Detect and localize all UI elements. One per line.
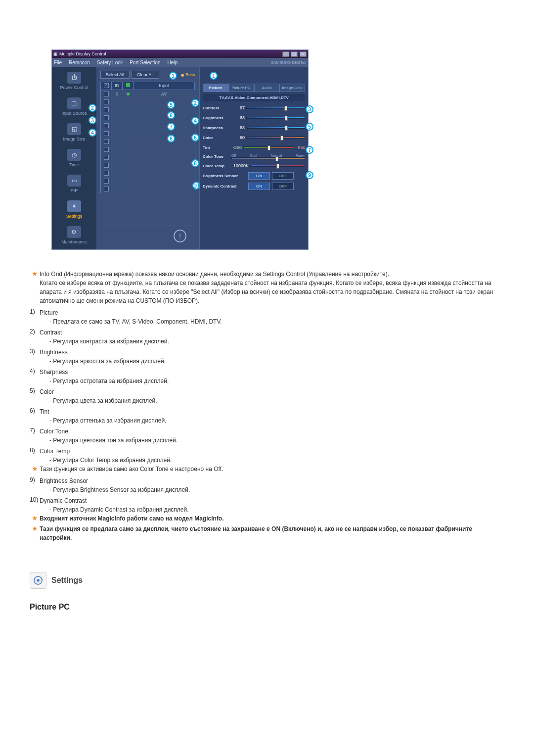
row-checkbox[interactable] — [104, 139, 109, 144]
sidebar-item-maintenance[interactable]: ⚙Maintenance — [61, 226, 87, 244]
table-row[interactable] — [101, 153, 195, 161]
sidebar-item-settings[interactable]: ✦Settings — [66, 200, 83, 219]
close-button[interactable]: × — [300, 51, 307, 57]
row-checkbox[interactable] — [104, 123, 109, 128]
color-temp-row[interactable]: Color Temp 10000K — [203, 162, 305, 169]
item-description: - Регулира контраста за избрания дисплей… — [40, 338, 504, 345]
item-number: 8) — [30, 447, 40, 456]
power-icon: ⏻ — [67, 72, 81, 84]
callout-3b: 3 — [306, 105, 313, 113]
menu-help[interactable]: Help — [167, 60, 178, 65]
table-row[interactable] — [101, 185, 195, 193]
note-text: Входният източник MagicInfo работи само … — [40, 514, 504, 523]
dynamic-contrast-row: Dynamic Contrast ON OFF — [203, 183, 305, 190]
menu-remocon[interactable]: Remocon — [69, 60, 90, 65]
table-row[interactable] — [101, 122, 195, 130]
color-slider[interactable]: Color 60 — [203, 134, 305, 141]
sidebar-label: Image Size — [63, 137, 85, 142]
row-input: AV — [134, 90, 195, 97]
table-row[interactable] — [101, 98, 195, 106]
row-checkbox[interactable] — [104, 92, 109, 96]
row-checkbox[interactable] — [104, 187, 109, 191]
tab-picture-pc[interactable]: Picture PC — [228, 84, 254, 92]
sidebar-item-input[interactable]: ▢Input Source — [61, 97, 87, 116]
item-description: - Регулира оттенъка за избрания дисплей. — [40, 417, 504, 424]
row-checkbox[interactable] — [104, 147, 109, 152]
table-row[interactable] — [101, 177, 195, 185]
dynamic-contrast-on-button[interactable]: ON — [248, 183, 270, 190]
slider-thumb[interactable] — [285, 116, 288, 121]
description-text: ★ Info Grid (Информационна мрежа) показв… — [30, 270, 504, 542]
menu-file[interactable]: File — [54, 60, 62, 65]
tab-audio[interactable]: Audio — [254, 84, 280, 92]
callout-2: 2 — [89, 104, 96, 112]
header-checkbox[interactable] — [101, 82, 112, 90]
item-title: Dynamic Contrast — [40, 496, 504, 505]
sharpness-slider[interactable]: Sharpness 68 — [203, 124, 305, 131]
clear-all-button[interactable]: Clear All — [132, 71, 159, 79]
row-checkbox[interactable] — [104, 171, 109, 176]
table-row[interactable] — [101, 130, 195, 138]
table-row[interactable] — [101, 145, 195, 153]
item-title: Color — [40, 387, 504, 396]
table-row[interactable]: 0 AV — [101, 90, 195, 98]
callout-8a: 8 — [167, 135, 175, 142]
select-all-button[interactable]: Select All — [100, 71, 130, 79]
sidebar-item-pip[interactable]: ▭PIP — [67, 175, 81, 193]
minimize-button[interactable]: _ — [282, 51, 289, 57]
table-row[interactable] — [101, 106, 195, 114]
table-row[interactable] — [101, 114, 195, 122]
table-row[interactable] — [101, 169, 195, 177]
brightness-sensor-off-button[interactable]: OFF — [272, 172, 294, 180]
row-checkbox[interactable] — [104, 163, 109, 168]
color-tone-slider[interactable] — [231, 157, 305, 159]
note-row: ★ Info Grid (Информационна мрежа) показв… — [30, 270, 504, 305]
titlebar: ▣ Multiple Display Control _ ▢ × — [52, 50, 308, 58]
row-checkbox[interactable] — [104, 131, 109, 136]
slider-thumb[interactable] — [275, 156, 278, 161]
table-row[interactable] — [101, 161, 195, 169]
callout-5a: 5 — [167, 101, 175, 109]
sidebar-item-imagesize[interactable]: ◱Image Size — [63, 123, 85, 142]
item-description: - Регулира яркостта за избрания дисплей. — [40, 358, 504, 365]
settings-icon: ✦ — [67, 200, 81, 212]
item-number: 3) — [30, 348, 40, 357]
contrast-slider[interactable]: Contrast 67 — [203, 104, 305, 111]
item-description: - Регулира остротата за избрания дисплей… — [40, 378, 504, 384]
slider-thumb[interactable] — [276, 164, 279, 169]
sidebar-label: Settings — [66, 214, 83, 219]
note-text: Тази функция се активира само ако Color … — [40, 465, 504, 473]
row-checkbox[interactable] — [104, 179, 109, 184]
dynamic-contrast-off-button[interactable]: OFF — [272, 183, 294, 190]
menu-safetylock[interactable]: Safety Lock — [97, 60, 123, 65]
star-icon: ★ — [30, 524, 40, 532]
tab-image-lock[interactable]: Image Lock — [279, 84, 305, 92]
row-checkbox[interactable] — [104, 115, 109, 120]
callout-4b: 4 — [191, 117, 199, 125]
grid-body: 0 AV — [100, 90, 195, 193]
maximize-button[interactable]: ▢ — [291, 51, 298, 57]
table-row[interactable] — [101, 138, 195, 145]
slider-thumb[interactable] — [285, 126, 288, 131]
tint-slider[interactable]: Tint G50 R50 — [203, 144, 305, 151]
info-icon: ! — [174, 230, 186, 242]
row-checkbox[interactable] — [104, 99, 109, 104]
row-checkbox[interactable] — [104, 107, 109, 112]
brightness-sensor-on-button[interactable]: ON — [248, 172, 270, 180]
brightness-slider[interactable]: Brightness 68 — [203, 114, 305, 121]
callout-9: 9 — [306, 171, 313, 179]
slider-thumb[interactable] — [280, 136, 283, 141]
note-text: Когато се избере всяка от функциите, на … — [40, 279, 504, 305]
sidebar-item-power[interactable]: ⏻Power Control — [60, 72, 88, 90]
callout-10: 10 — [192, 182, 200, 189]
list-item: 9)Brightness Sensor — [30, 476, 504, 485]
menu-portselection[interactable]: Port Selection — [130, 60, 160, 65]
callout-6b: 6 — [191, 134, 199, 142]
row-checkbox[interactable] — [104, 155, 109, 160]
slider-thumb[interactable] — [284, 106, 287, 111]
tab-picture[interactable]: Picture — [203, 84, 228, 92]
sidebar-item-time[interactable]: ◷Time — [67, 149, 81, 167]
slider-thumb[interactable] — [267, 145, 270, 150]
item-number: 6) — [30, 407, 40, 416]
item-description: - Регулира Brightness Sensor за избрания… — [40, 486, 504, 493]
